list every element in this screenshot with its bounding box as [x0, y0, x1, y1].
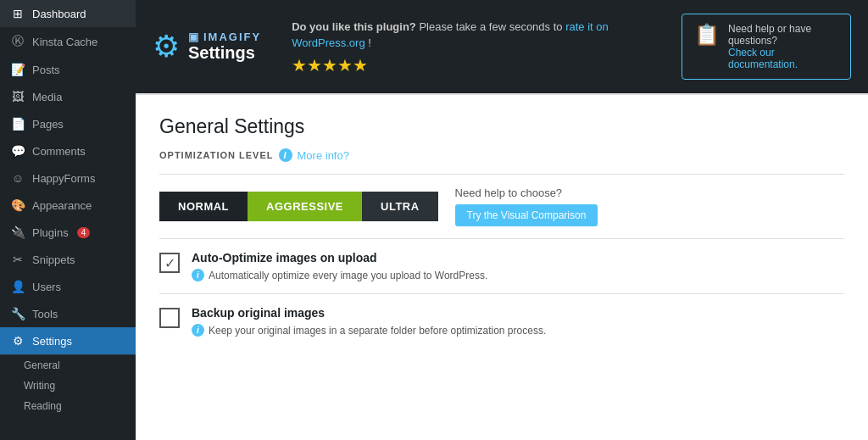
kinsta-cache-icon: Ⓚ — [10, 34, 25, 49]
sidebar-item-dashboard[interactable]: ⊞ Dashboard — [0, 0, 136, 27]
settings-list: ✓ Auto-Optimize images on upload i Autom… — [159, 238, 844, 348]
sidebar-label-happyforms: HappyForms — [32, 172, 95, 185]
badge-plugins: 4 — [77, 227, 91, 238]
sidebar-item-tools[interactable]: 🔧 Tools — [0, 300, 136, 327]
sidebar-label-tools: Tools — [32, 308, 58, 320]
desc-text-backup-original: Keep your original images in a separate … — [209, 325, 546, 337]
sidebar-nav: ⊞ Dashboard Ⓚ Kinsta Cache 📝 Posts 🖼 Med… — [0, 0, 136, 354]
media-icon: 🖼 — [10, 90, 25, 103]
posts-icon: 📝 — [10, 63, 25, 76]
documentation-link[interactable]: Check our documentation. — [728, 47, 798, 70]
optimization-info-icon[interactable]: i — [279, 148, 292, 162]
main-content: ⚙ ▣ IMAGIFY Settings Do you like this pl… — [136, 0, 868, 440]
document-icon: 📋 — [694, 23, 720, 47]
setting-desc-auto-optimize: i Automatically optimize every image you… — [192, 269, 844, 281]
plugin-rating-block: Do you like this plugin? Please take a f… — [275, 19, 668, 75]
users-icon: 👤 — [10, 280, 25, 293]
setting-row-backup-original: Backup original images i Keep your origi… — [159, 293, 844, 348]
sidebar-label-pages: Pages — [32, 118, 64, 131]
setting-content-auto-optimize: Auto-Optimize images on upload i Automat… — [192, 251, 844, 281]
optimization-buttons: NORMALAGGRESSIVEULTRA — [159, 192, 438, 221]
camera-icon: ▣ — [188, 31, 200, 43]
opt-btn-ultra[interactable]: ULTRA — [362, 192, 438, 221]
settings-icon: ⚙ — [10, 334, 25, 348]
gear-icon: ⚙ — [153, 29, 180, 64]
sidebar-item-happyforms[interactable]: ☺ HappyForms — [0, 164, 136, 192]
sidebar-sub-item-reading[interactable]: Reading — [0, 396, 136, 416]
help-choose: Need help to choose? Try the Visual Comp… — [455, 187, 598, 226]
plugin-help-box: 📋 Need help or have questions? Check our… — [682, 14, 851, 80]
appearance-icon: 🎨 — [10, 198, 25, 212]
pages-icon: 📄 — [10, 117, 25, 131]
sidebar-item-appearance[interactable]: 🎨 Appearance — [0, 192, 136, 219]
opt-btn-normal[interactable]: NORMAL — [159, 192, 248, 221]
sidebar-label-users: Users — [32, 281, 61, 293]
checkbox-auto-optimize[interactable]: ✓ — [159, 253, 180, 273]
desc-info-icon-backup-original[interactable]: i — [192, 324, 204, 337]
comments-icon: 💬 — [10, 144, 25, 158]
plugin-logo-text: ▣ IMAGIFY — [188, 31, 261, 43]
plugin-header: ⚙ ▣ IMAGIFY Settings Do you like this pl… — [136, 0, 868, 93]
page-title: General Settings — [159, 115, 844, 138]
setting-title-auto-optimize: Auto-Optimize images on upload — [192, 251, 844, 265]
plugin-brand: ⚙ ▣ IMAGIFY Settings — [153, 29, 261, 64]
sidebar-label-comments: Comments — [32, 145, 86, 158]
plugin-settings-label: Settings — [188, 43, 261, 63]
sidebar: ⊞ Dashboard Ⓚ Kinsta Cache 📝 Posts 🖼 Med… — [0, 0, 136, 440]
sidebar-label-posts: Posts — [32, 64, 60, 76]
setting-title-backup-original: Backup original images — [192, 306, 844, 320]
dashboard-icon: ⊞ — [10, 7, 25, 20]
sidebar-item-users[interactable]: 👤 Users — [0, 273, 136, 300]
optimization-level-label: OPTIMIZATION LEVEL i More info? — [159, 148, 844, 162]
rating-text: Do you like this plugin? Please take a f… — [292, 19, 668, 52]
check-mark: ✓ — [164, 255, 175, 271]
sidebar-item-comments[interactable]: 💬 Comments — [0, 137, 136, 164]
optimization-level-row: NORMALAGGRESSIVEULTRA Need help to choos… — [159, 187, 844, 226]
desc-info-icon-auto-optimize[interactable]: i — [192, 269, 204, 281]
desc-text-auto-optimize: Automatically optimize every image you u… — [209, 270, 487, 281]
sidebar-label-appearance: Appearance — [32, 199, 92, 212]
divider-top — [159, 174, 844, 175]
snippets-icon: ✂ — [10, 253, 25, 266]
sidebar-item-plugins[interactable]: 🔌 Plugins 4 — [0, 219, 136, 246]
sidebar-sub-item-general[interactable]: General — [0, 355, 136, 376]
sidebar-item-snippets[interactable]: ✂ Snippets — [0, 246, 136, 273]
sidebar-label-dashboard: Dashboard — [32, 8, 86, 20]
checkbox-backup-original[interactable] — [159, 308, 180, 328]
plugin-name-block: ▣ IMAGIFY Settings — [188, 31, 261, 63]
content-area: General Settings OPTIMIZATION LEVEL i Mo… — [136, 93, 868, 440]
sidebar-item-kinsta-cache[interactable]: Ⓚ Kinsta Cache — [0, 27, 136, 56]
setting-content-backup-original: Backup original images i Keep your origi… — [192, 306, 844, 337]
sidebar-item-posts[interactable]: 📝 Posts — [0, 56, 136, 83]
opt-btn-aggressive[interactable]: AGGRESSIVE — [248, 192, 362, 221]
setting-row-auto-optimize: ✓ Auto-Optimize images on upload i Autom… — [159, 238, 844, 293]
sidebar-label-media: Media — [32, 91, 62, 103]
sidebar-sub-nav: GeneralWritingReading — [0, 354, 136, 416]
help-text: Need help or have questions? Check our d… — [728, 23, 838, 70]
more-info-link[interactable]: More info? — [298, 149, 349, 162]
tools-icon: 🔧 — [10, 307, 25, 320]
visual-comparison-button[interactable]: Try the Visual Comparison — [455, 204, 598, 226]
sidebar-label-kinsta-cache: Kinsta Cache — [32, 36, 97, 48]
sidebar-item-media[interactable]: 🖼 Media — [0, 83, 136, 110]
sidebar-item-pages[interactable]: 📄 Pages — [0, 110, 136, 137]
setting-desc-backup-original: i Keep your original images in a separat… — [192, 324, 844, 337]
sidebar-label-plugins: Plugins — [32, 226, 69, 239]
sidebar-label-settings: Settings — [32, 335, 72, 348]
happyforms-icon: ☺ — [10, 171, 25, 185]
sidebar-label-snippets: Snippets — [32, 253, 75, 266]
sidebar-sub-item-writing[interactable]: Writing — [0, 376, 136, 396]
star-rating: ★★★★★ — [292, 55, 668, 75]
sidebar-item-settings[interactable]: ⚙ Settings — [0, 327, 136, 354]
plugins-icon: 🔌 — [10, 226, 25, 239]
